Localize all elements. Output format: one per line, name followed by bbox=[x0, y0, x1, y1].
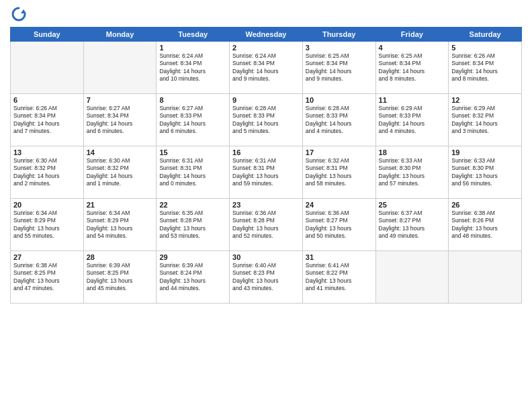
day-number: 29 bbox=[159, 253, 226, 261]
day-number: 31 bbox=[306, 253, 373, 261]
day-info: Sunrise: 6:33 AMSunset: 8:30 PMDaylight:… bbox=[451, 157, 519, 188]
calendar-cell: 13Sunrise: 6:30 AMSunset: 8:32 PMDayligh… bbox=[11, 146, 84, 199]
day-number: 2 bbox=[232, 44, 300, 52]
calendar-cell: 30Sunrise: 6:40 AMSunset: 8:23 PMDayligh… bbox=[230, 251, 303, 304]
day-number: 4 bbox=[379, 44, 446, 52]
day-info: Sunrise: 6:24 AMSunset: 8:34 PMDaylight:… bbox=[159, 52, 226, 83]
day-info: Sunrise: 6:29 AMSunset: 8:33 PMDaylight:… bbox=[379, 105, 446, 136]
day-number: 30 bbox=[232, 253, 300, 261]
calendar-cell: 28Sunrise: 6:39 AMSunset: 8:25 PMDayligh… bbox=[83, 251, 157, 304]
day-number: 8 bbox=[159, 96, 226, 104]
weekday-header-row: SundayMondayTuesdayWednesdayThursdayFrid… bbox=[11, 28, 522, 42]
day-number: 20 bbox=[13, 201, 81, 209]
day-info: Sunrise: 6:33 AMSunset: 8:30 PMDaylight:… bbox=[379, 157, 446, 188]
day-info: Sunrise: 6:31 AMSunset: 8:31 PMDaylight:… bbox=[232, 157, 300, 188]
day-number: 10 bbox=[306, 96, 373, 104]
calendar-cell: 18Sunrise: 6:33 AMSunset: 8:30 PMDayligh… bbox=[375, 146, 449, 199]
logo-icon bbox=[11, 7, 26, 21]
day-number: 16 bbox=[232, 148, 300, 156]
weekday-header-friday: Friday bbox=[375, 28, 449, 42]
day-number: 1 bbox=[159, 44, 226, 52]
calendar-cell: 4Sunrise: 6:25 AMSunset: 8:34 PMDaylight… bbox=[375, 42, 449, 94]
calendar-cell: 14Sunrise: 6:30 AMSunset: 8:32 PMDayligh… bbox=[83, 146, 157, 199]
calendar-cell bbox=[11, 42, 84, 94]
day-number: 15 bbox=[159, 148, 226, 156]
day-number: 12 bbox=[451, 96, 519, 104]
day-info: Sunrise: 6:38 AMSunset: 8:25 PMDaylight:… bbox=[13, 262, 81, 293]
calendar-cell bbox=[449, 251, 522, 304]
day-info: Sunrise: 6:38 AMSunset: 8:26 PMDaylight:… bbox=[451, 210, 519, 240]
calendar-cell: 1Sunrise: 6:24 AMSunset: 8:34 PMDaylight… bbox=[157, 42, 230, 94]
calendar-cell bbox=[375, 251, 449, 304]
calendar-cell: 2Sunrise: 6:24 AMSunset: 8:34 PMDaylight… bbox=[230, 42, 303, 94]
calendar-cell: 19Sunrise: 6:33 AMSunset: 8:30 PMDayligh… bbox=[449, 146, 522, 199]
day-number: 23 bbox=[232, 201, 300, 209]
calendar-cell: 3Sunrise: 6:25 AMSunset: 8:34 PMDaylight… bbox=[302, 42, 375, 94]
calendar-cell: 8Sunrise: 6:27 AMSunset: 8:33 PMDaylight… bbox=[157, 94, 230, 146]
day-info: Sunrise: 6:28 AMSunset: 8:33 PMDaylight:… bbox=[232, 105, 300, 136]
calendar-cell: 17Sunrise: 6:32 AMSunset: 8:31 PMDayligh… bbox=[302, 146, 375, 199]
day-info: Sunrise: 6:35 AMSunset: 8:28 PMDaylight:… bbox=[159, 210, 226, 240]
calendar-body: 1Sunrise: 6:24 AMSunset: 8:34 PMDaylight… bbox=[11, 42, 522, 304]
day-info: Sunrise: 6:41 AMSunset: 8:22 PMDaylight:… bbox=[306, 262, 373, 293]
svg-marker-0 bbox=[21, 9, 26, 13]
calendar-cell: 5Sunrise: 6:26 AMSunset: 8:34 PMDaylight… bbox=[449, 42, 522, 94]
day-info: Sunrise: 6:36 AMSunset: 8:27 PMDaylight:… bbox=[306, 210, 373, 240]
day-number: 11 bbox=[379, 96, 446, 104]
calendar-cell: 15Sunrise: 6:31 AMSunset: 8:31 PMDayligh… bbox=[157, 146, 230, 199]
calendar-cell: 23Sunrise: 6:36 AMSunset: 8:28 PMDayligh… bbox=[230, 199, 303, 251]
day-info: Sunrise: 6:28 AMSunset: 8:33 PMDaylight:… bbox=[306, 105, 373, 136]
calendar-cell bbox=[83, 42, 157, 94]
header bbox=[10, 7, 522, 21]
weekday-header-sunday: Sunday bbox=[11, 28, 84, 42]
day-info: Sunrise: 6:40 AMSunset: 8:23 PMDaylight:… bbox=[232, 262, 300, 293]
day-number: 6 bbox=[13, 96, 81, 104]
day-number: 13 bbox=[13, 148, 81, 156]
day-number: 17 bbox=[306, 148, 373, 156]
calendar-cell: 6Sunrise: 6:26 AMSunset: 8:34 PMDaylight… bbox=[11, 94, 84, 146]
day-info: Sunrise: 6:31 AMSunset: 8:31 PMDaylight:… bbox=[159, 157, 226, 188]
week-row-2: 6Sunrise: 6:26 AMSunset: 8:34 PMDaylight… bbox=[11, 94, 522, 146]
day-info: Sunrise: 6:24 AMSunset: 8:34 PMDaylight:… bbox=[232, 52, 300, 83]
day-info: Sunrise: 6:26 AMSunset: 8:34 PMDaylight:… bbox=[451, 52, 519, 83]
day-number: 3 bbox=[306, 44, 373, 52]
day-number: 18 bbox=[379, 148, 446, 156]
day-info: Sunrise: 6:27 AMSunset: 8:34 PMDaylight:… bbox=[87, 105, 154, 136]
calendar-cell: 25Sunrise: 6:37 AMSunset: 8:27 PMDayligh… bbox=[375, 199, 449, 251]
calendar-cell: 20Sunrise: 6:34 AMSunset: 8:29 PMDayligh… bbox=[11, 199, 84, 251]
day-info: Sunrise: 6:30 AMSunset: 8:32 PMDaylight:… bbox=[13, 157, 81, 188]
day-number: 5 bbox=[451, 44, 519, 52]
day-info: Sunrise: 6:39 AMSunset: 8:25 PMDaylight:… bbox=[87, 262, 154, 293]
calendar-cell: 27Sunrise: 6:38 AMSunset: 8:25 PMDayligh… bbox=[11, 251, 84, 304]
day-info: Sunrise: 6:29 AMSunset: 8:32 PMDaylight:… bbox=[451, 105, 519, 136]
logo bbox=[10, 7, 26, 21]
calendar-cell: 7Sunrise: 6:27 AMSunset: 8:34 PMDaylight… bbox=[83, 94, 157, 146]
page: SundayMondayTuesdayWednesdayThursdayFrid… bbox=[0, 0, 532, 411]
calendar-cell: 22Sunrise: 6:35 AMSunset: 8:28 PMDayligh… bbox=[157, 199, 230, 251]
day-number: 22 bbox=[159, 201, 226, 209]
day-number: 24 bbox=[306, 201, 373, 209]
calendar-cell: 10Sunrise: 6:28 AMSunset: 8:33 PMDayligh… bbox=[302, 94, 375, 146]
day-number: 19 bbox=[451, 148, 519, 156]
day-info: Sunrise: 6:39 AMSunset: 8:24 PMDaylight:… bbox=[159, 262, 226, 293]
calendar-cell: 31Sunrise: 6:41 AMSunset: 8:22 PMDayligh… bbox=[302, 251, 375, 304]
day-number: 27 bbox=[13, 253, 81, 261]
day-number: 14 bbox=[87, 148, 154, 156]
week-row-5: 27Sunrise: 6:38 AMSunset: 8:25 PMDayligh… bbox=[11, 251, 522, 304]
weekday-header-saturday: Saturday bbox=[449, 28, 522, 42]
day-info: Sunrise: 6:26 AMSunset: 8:34 PMDaylight:… bbox=[13, 105, 81, 136]
day-info: Sunrise: 6:34 AMSunset: 8:29 PMDaylight:… bbox=[87, 210, 154, 240]
calendar-cell: 16Sunrise: 6:31 AMSunset: 8:31 PMDayligh… bbox=[230, 146, 303, 199]
day-number: 25 bbox=[379, 201, 446, 209]
week-row-3: 13Sunrise: 6:30 AMSunset: 8:32 PMDayligh… bbox=[11, 146, 522, 199]
day-number: 21 bbox=[87, 201, 154, 209]
calendar-cell: 26Sunrise: 6:38 AMSunset: 8:26 PMDayligh… bbox=[449, 199, 522, 251]
day-info: Sunrise: 6:27 AMSunset: 8:33 PMDaylight:… bbox=[159, 105, 226, 136]
calendar-cell: 9Sunrise: 6:28 AMSunset: 8:33 PMDaylight… bbox=[230, 94, 303, 146]
weekday-header-tuesday: Tuesday bbox=[157, 28, 230, 42]
day-info: Sunrise: 6:25 AMSunset: 8:34 PMDaylight:… bbox=[379, 52, 446, 83]
day-info: Sunrise: 6:36 AMSunset: 8:28 PMDaylight:… bbox=[232, 210, 300, 240]
calendar-cell: 29Sunrise: 6:39 AMSunset: 8:24 PMDayligh… bbox=[157, 251, 230, 304]
day-info: Sunrise: 6:32 AMSunset: 8:31 PMDaylight:… bbox=[306, 157, 373, 188]
weekday-header-monday: Monday bbox=[83, 28, 157, 42]
